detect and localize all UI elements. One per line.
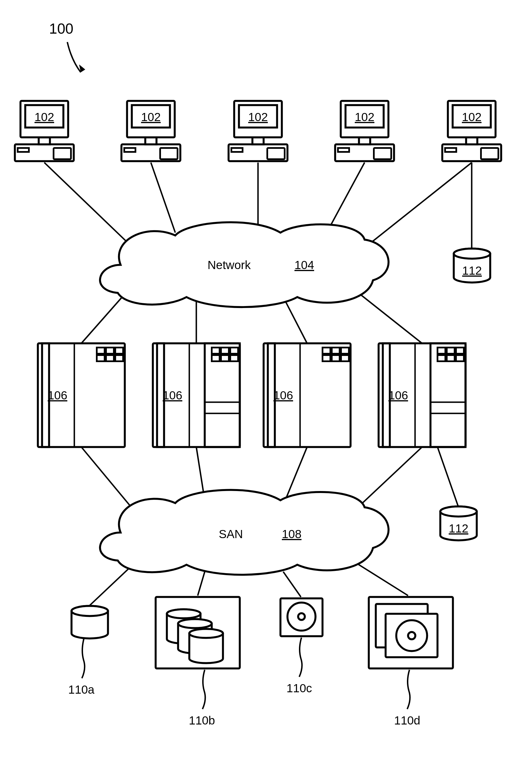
server-ref: 106 [48, 389, 67, 402]
svg-rect-22 [39, 137, 50, 144]
server: 106 [153, 343, 240, 447]
client-computer: 102 [229, 101, 288, 161]
client-ref: 102 [35, 110, 54, 124]
svg-line-3 [327, 163, 364, 233]
svg-line-1 [151, 163, 175, 233]
san-label: SAN [219, 528, 243, 541]
svg-point-95 [167, 609, 201, 618]
figure-ref: 100 [49, 20, 74, 37]
server: 106 [379, 343, 465, 447]
svg-line-0 [44, 163, 132, 247]
svg-line-8 [283, 297, 307, 343]
san-ref: 108 [282, 528, 301, 541]
das-bottom-ref: 112 [449, 522, 468, 535]
storage-ref: 110c [286, 681, 312, 695]
svg-point-105 [408, 632, 415, 639]
svg-rect-28 [145, 137, 156, 144]
svg-rect-40 [359, 137, 370, 144]
client-computer: 102 [121, 101, 180, 161]
das-top-ref: 112 [462, 264, 482, 277]
client-ref: 102 [141, 110, 161, 124]
client-ref: 102 [462, 110, 482, 124]
svg-line-14 [437, 447, 458, 507]
svg-point-97 [189, 629, 223, 638]
server-ref: 106 [389, 389, 408, 402]
client-computer: 102 [442, 101, 501, 161]
server-ref: 106 [163, 389, 182, 402]
client-computer: 102 [335, 101, 394, 161]
server: 106 [264, 343, 351, 447]
client-ref: 102 [248, 110, 268, 124]
svg-point-96 [178, 619, 212, 628]
svg-point-93 [72, 606, 108, 616]
client-ref: 102 [355, 110, 374, 124]
san-cloud: SAN 108 [100, 490, 389, 575]
network-ref: 104 [295, 258, 314, 272]
storage-ref: 110d [394, 714, 420, 727]
storage-ref: 110a [68, 683, 95, 696]
storage-110c [280, 598, 323, 636]
server-ref: 106 [273, 389, 293, 402]
das-cylinder-bottom: 112 [440, 506, 477, 540]
svg-line-4 [366, 163, 472, 247]
svg-rect-46 [466, 137, 477, 144]
svg-line-17 [283, 572, 301, 597]
client-computer: 102 [15, 101, 74, 161]
das-cylinder-top: 112 [454, 249, 490, 283]
svg-point-49 [454, 249, 490, 259]
svg-point-92 [440, 506, 477, 517]
network-label: Network [207, 258, 251, 272]
svg-rect-34 [252, 137, 264, 144]
svg-line-16 [198, 572, 205, 595]
storage-110b [156, 597, 240, 668]
storage-110a [72, 606, 108, 638]
storage-110d [369, 597, 453, 668]
svg-line-10 [81, 447, 136, 513]
network-cloud: Network 104 [100, 222, 389, 307]
svg-point-100 [298, 613, 305, 620]
storage-ref: 110b [189, 714, 215, 727]
server: 106 [38, 343, 125, 447]
network-diagram: 100 102 [0, 0, 532, 757]
